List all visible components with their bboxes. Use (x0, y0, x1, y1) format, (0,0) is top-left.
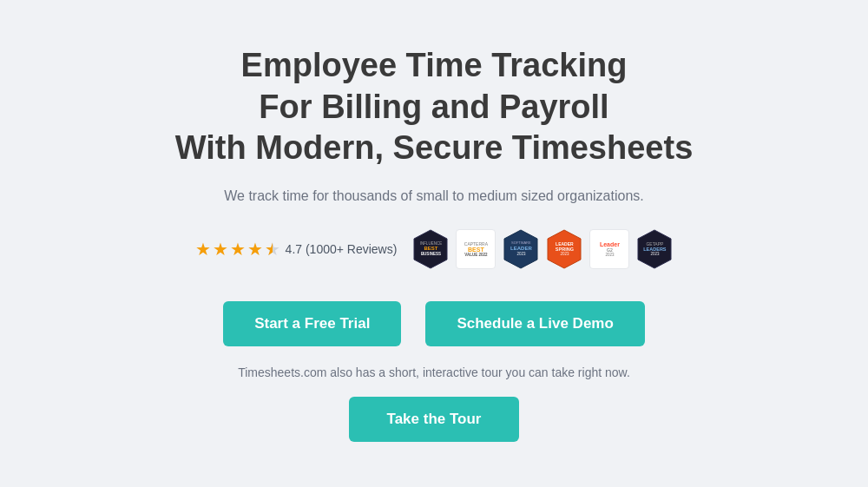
star-3: ★ (230, 239, 246, 260)
tour-note-text: Timesheets.com also has a short, interac… (175, 365, 694, 379)
badge-influence: Influence BEST BUSINESS (412, 228, 449, 270)
tour-button-container: Take the Tour (175, 397, 694, 442)
star-2: ★ (213, 239, 228, 260)
badge-g2-leader: Leader G2 2023 (589, 229, 629, 269)
main-content: Employee Time Tracking For Billing and P… (158, 28, 711, 459)
award-badges: Influence BEST BUSINESS Capterra BEST VA… (412, 228, 673, 270)
subtitle-text: We track time for thousands of small to … (175, 188, 694, 204)
take-tour-button[interactable]: Take the Tour (349, 397, 520, 442)
cta-buttons-row: Start a Free Trial Schedule a Live Demo (175, 301, 694, 346)
badge-leader-spring: Leader Spring 2023 (546, 228, 582, 270)
ratings-row: ★ ★ ★ ★ ★ ★ 4.7 (1000+ Reviews) (175, 228, 694, 270)
headline-line3: With Modern, Secure Timesheets (175, 129, 694, 166)
rating-score: 4.7 (1000+ Reviews) (286, 242, 398, 256)
live-demo-button[interactable]: Schedule a Live Demo (425, 301, 644, 346)
free-trial-button[interactable]: Start a Free Trial (223, 301, 401, 346)
badge-software: Software LEADER 2023 (503, 228, 539, 270)
headline-line1: Employee Time Tracking (241, 47, 628, 83)
star-4: ★ (247, 239, 263, 260)
star-1: ★ (195, 239, 211, 260)
main-headline: Employee Time Tracking For Billing and P… (175, 45, 694, 169)
star-half: ★ ★ (265, 239, 280, 260)
badge-getapp: GetApp LEADERS 2023 (636, 228, 673, 270)
badge-capterra: Capterra BEST VALUE 2022 (456, 229, 496, 269)
stars-rating: ★ ★ ★ ★ ★ ★ 4.7 (1000+ Reviews) (195, 239, 398, 260)
headline-line2: For Billing and Payroll (259, 89, 608, 125)
star-icons: ★ ★ ★ ★ ★ ★ (195, 239, 280, 260)
